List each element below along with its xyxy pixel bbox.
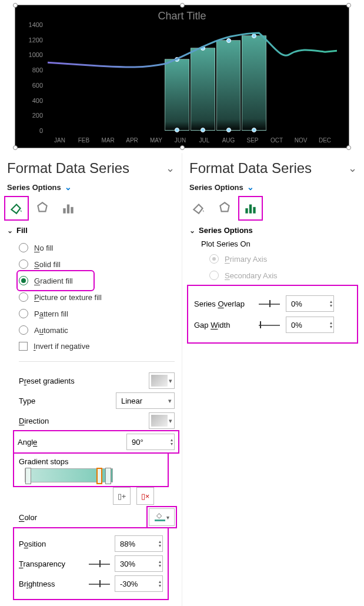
- svg-rect-2: [71, 207, 73, 214]
- fill-no-fill[interactable]: No fill: [19, 239, 175, 256]
- stop-props-group: Position 88%▴▾ Transparency 30%▴▾ Bright…: [15, 530, 166, 598]
- fill-solid[interactable]: Solid fill: [19, 256, 175, 272]
- fill-gradient[interactable]: Gradient fill: [19, 272, 92, 289]
- stop-transparency[interactable]: Transparency 30%▴▾: [19, 555, 163, 572]
- fill-section-header[interactable]: ⌄Fill: [7, 226, 175, 235]
- svg-rect-1: [67, 205, 69, 214]
- stop-position[interactable]: Position 88%▴▾: [19, 535, 163, 552]
- collapse-icon[interactable]: ⌄: [165, 164, 175, 173]
- overlap-gap-group: Series Overlap 0%▴▾ Gap Width 0%▴▾: [189, 287, 356, 341]
- tab-series-options[interactable]: [59, 199, 78, 218]
- panel-title: Format Data Series: [7, 160, 129, 177]
- gradient-direction[interactable]: Direction ▾: [19, 412, 175, 429]
- tab-effects[interactable]: [33, 199, 52, 218]
- fill-picture[interactable]: Picture or texture fill: [19, 289, 175, 305]
- gradient-stops-group: Gradient stops: [15, 455, 166, 485]
- format-panel-left: Format Data Series ⌄ Series Options⌄ ⌄Fi…: [0, 153, 182, 606]
- panel-title: Format Data Series: [189, 160, 312, 177]
- tab-series-options[interactable]: [241, 199, 260, 218]
- series-overlap[interactable]: Series Overlap 0%▴▾: [194, 295, 351, 312]
- svg-rect-0: [63, 208, 65, 214]
- invert-negative[interactable]: Invert if negative: [19, 338, 175, 354]
- series-options-header[interactable]: ⌄Series Options: [189, 226, 357, 235]
- collapse-icon[interactable]: ⌄: [348, 164, 357, 173]
- format-panel-right: Format Data Series ⌄ Series Options⌄ ⌄Se…: [182, 153, 364, 606]
- gradient-stops-editor[interactable]: [25, 468, 113, 482]
- series-options-dropdown[interactable]: Series Options⌄: [189, 182, 357, 192]
- svg-rect-5: [253, 207, 255, 214]
- fill-pattern[interactable]: Pattern fill: [19, 305, 175, 322]
- gap-width[interactable]: Gap Width 0%▴▾: [194, 317, 351, 333]
- preset-gradients[interactable]: Preset gradients ▾: [19, 372, 175, 389]
- svg-rect-3: [245, 208, 248, 214]
- tab-effects[interactable]: [215, 199, 234, 218]
- chart-preview: Chart Title 0 200 400 600 800 1000 1200 …: [0, 0, 364, 153]
- chart-title[interactable]: Chart Title: [15, 5, 349, 25]
- y-axis: 0 200 400 600 800 1000 1200 1400: [19, 25, 43, 131]
- x-axis: JAN FEB MAR APR MAY JUN JUL AUG SEP OCT …: [48, 137, 337, 144]
- chart-area[interactable]: Chart Title 0 200 400 600 800 1000 1200 …: [15, 5, 349, 148]
- series-options-dropdown[interactable]: Series Options⌄: [7, 182, 175, 192]
- fill-automatic[interactable]: Automatic: [19, 322, 175, 338]
- plot-series-on-label: Plot Series On: [201, 239, 357, 248]
- gradient-type[interactable]: Type Linear▾: [19, 392, 175, 409]
- remove-stop-button[interactable]: ▯×: [136, 487, 154, 505]
- gradient-stops-label: Gradient stops: [19, 457, 163, 466]
- gradient-color[interactable]: Color ▾: [19, 508, 175, 526]
- line-series: [48, 25, 337, 131]
- tab-fill-line[interactable]: [189, 199, 208, 218]
- add-stop-button[interactable]: ▯+: [113, 487, 131, 505]
- secondary-axis: Secondary Axis: [209, 267, 357, 284]
- tab-fill-line[interactable]: [7, 199, 26, 218]
- stop-brightness[interactable]: Brightness -30%▴▾: [19, 575, 163, 592]
- gradient-angle[interactable]: Angle 90°▴▾: [15, 432, 177, 451]
- svg-rect-4: [249, 205, 252, 214]
- primary-axis: Primary Axis: [209, 251, 357, 267]
